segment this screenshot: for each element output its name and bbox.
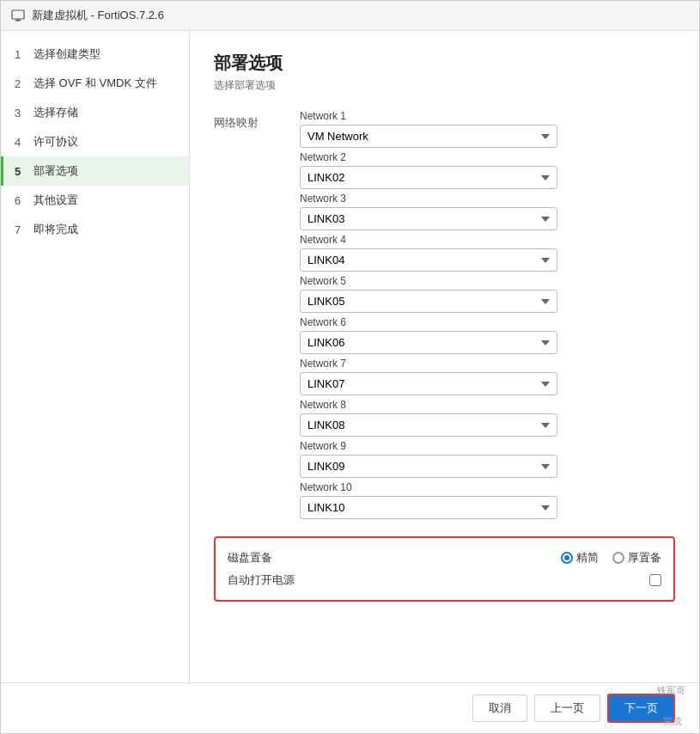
sidebar-item-step4[interactable]: 4 许可协议 — [1, 127, 189, 156]
networks-grid: Network 1VM NetworkNetwork 2LINK02Networ… — [300, 110, 675, 519]
radio-thick-label: 厚置备 — [628, 550, 661, 566]
radio-option-thick[interactable]: 厚置备 — [612, 550, 661, 566]
step-label-step2: 选择 OVF 和 VMDK 文件 — [33, 76, 157, 91]
sidebar-item-step7[interactable]: 7 即将完成 — [1, 215, 189, 244]
network-label-net3: Network 3 — [300, 193, 675, 205]
network-row-net1: Network 1VM Network — [300, 110, 675, 148]
step-num-step5: 5 — [15, 165, 27, 178]
network-label-net7: Network 7 — [300, 358, 675, 370]
radio-option-slim[interactable]: 精简 — [561, 550, 599, 566]
step-num-step6: 6 — [15, 194, 27, 207]
auto-power-label: 自动打开电源 — [228, 572, 649, 588]
network-mapping-section: 网络映射 Network 1VM NetworkNetwork 2LINK02N… — [214, 110, 675, 519]
network-row-net7: Network 7LINK07 — [300, 358, 675, 395]
network-select-net5[interactable]: LINK05 — [300, 290, 557, 313]
network-row-net8: Network 8LINK08 — [300, 399, 675, 437]
step-label-step3: 选择存储 — [33, 105, 78, 120]
step-num-step2: 2 — [15, 77, 27, 90]
network-label-net6: Network 6 — [300, 316, 675, 328]
network-select-net6[interactable]: LINK06 — [300, 331, 557, 354]
step-label-step1: 选择创建类型 — [33, 46, 100, 62]
svg-rect-0 — [12, 10, 24, 19]
network-label-net5: Network 5 — [300, 275, 675, 287]
step-label-step6: 其他设置 — [33, 193, 78, 208]
sidebar-item-step3[interactable]: 3 选择存储 — [1, 98, 189, 127]
step-num-step7: 7 — [15, 223, 27, 236]
vm-icon — [11, 9, 25, 22]
network-label-net10: Network 10 — [300, 481, 675, 493]
network-mapping-label: 网络映射 — [214, 110, 283, 519]
network-label-net9: Network 9 — [300, 440, 675, 452]
bottom-options-box: 磁盘置备 精简 厚置备 自动打开电源 — [214, 536, 675, 602]
sidebar-item-step2[interactable]: 2 选择 OVF 和 VMDK 文件 — [1, 69, 189, 98]
auto-power-row: 自动打开电源 — [228, 569, 661, 591]
network-select-net1[interactable]: VM Network — [300, 125, 557, 148]
step-label-step7: 即将完成 — [33, 222, 78, 237]
titlebar-label: 新建虚拟机 - FortiOS.7.2.6 — [32, 8, 164, 23]
svg-rect-1 — [15, 20, 21, 21]
network-row-net2: Network 2LINK02 — [300, 151, 675, 189]
step-num-step1: 1 — [15, 48, 27, 61]
network-row-net9: Network 9LINK09 — [300, 440, 675, 478]
network-label-net1: Network 1 — [300, 110, 675, 122]
network-select-net3[interactable]: LINK03 — [300, 207, 557, 230]
disk-provision-row: 磁盘置备 精简 厚置备 — [228, 547, 661, 569]
sidebar-item-step5[interactable]: 5 部署选项 — [1, 156, 189, 186]
watermark: 铁军哥 — [657, 684, 685, 697]
disk-provision-label: 磁盘置备 — [228, 550, 561, 566]
step-num-step3: 3 — [15, 107, 27, 119]
network-select-net2[interactable]: LINK02 — [300, 166, 557, 189]
network-select-net9[interactable]: LINK09 — [300, 455, 557, 478]
cancel-button[interactable]: 取消 — [472, 694, 527, 722]
sidebar: 1 选择创建类型2 选择 OVF 和 VMDK 文件3 选择存储4 许可协议5 … — [1, 31, 190, 682]
network-select-net4[interactable]: LINK04 — [300, 248, 557, 272]
network-select-net7[interactable]: LINK07 — [300, 372, 557, 395]
page-title: 部署选项 — [214, 52, 675, 75]
step-label-step4: 许可协议 — [33, 134, 78, 150]
network-row-net10: Network 10LINK10 — [300, 481, 675, 519]
step-num-step4: 4 — [15, 136, 27, 149]
network-row-net4: Network 4LINK04 — [300, 234, 675, 272]
footer-note: 完成 — [663, 715, 682, 728]
disk-provision-radio-group: 精简 厚置备 — [561, 550, 661, 566]
radio-thick-dot[interactable] — [612, 552, 624, 564]
network-select-net8[interactable]: LINK08 — [300, 413, 557, 437]
step-label-step5: 部署选项 — [33, 163, 78, 179]
network-row-net3: Network 3LINK03 — [300, 193, 675, 230]
network-select-net10[interactable]: LINK10 — [300, 496, 557, 519]
footer: 取消 上一页 下一页 — [1, 682, 699, 733]
radio-slim-label: 精简 — [576, 550, 599, 566]
prev-button[interactable]: 上一页 — [534, 694, 600, 722]
auto-power-checkbox[interactable] — [649, 574, 661, 586]
radio-slim-dot[interactable] — [561, 552, 573, 564]
network-label-net4: Network 4 — [300, 234, 675, 246]
network-label-net8: Network 8 — [300, 399, 675, 411]
network-row-net6: Network 6LINK06 — [300, 316, 675, 354]
content-area: 部署选项 选择部署选项 网络映射 Network 1VM NetworkNetw… — [190, 31, 699, 682]
page-subtitle: 选择部署选项 — [214, 78, 675, 93]
network-label-net2: Network 2 — [300, 151, 675, 163]
network-row-net5: Network 5LINK05 — [300, 275, 675, 313]
titlebar: 新建虚拟机 - FortiOS.7.2.6 — [1, 1, 699, 31]
sidebar-item-step1[interactable]: 1 选择创建类型 — [1, 40, 189, 69]
sidebar-item-step6[interactable]: 6 其他设置 — [1, 186, 189, 215]
